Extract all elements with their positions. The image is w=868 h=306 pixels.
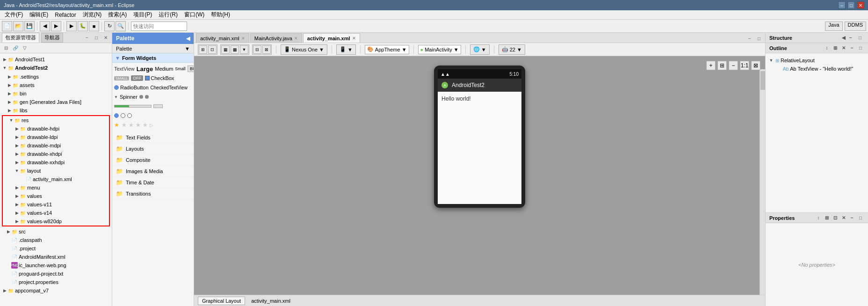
- link-editor-btn[interactable]: 🔗: [11, 44, 20, 52]
- orientation-btn[interactable]: 📱 ▼: [336, 44, 356, 55]
- editor-minimize-btn[interactable]: −: [745, 34, 754, 43]
- view-btn-1[interactable]: ▦: [221, 45, 230, 54]
- prop-minimize-btn[interactable]: −: [848, 214, 856, 222]
- tree-project-file[interactable]: 📄 .project: [0, 244, 112, 253]
- view-btn-2[interactable]: ▩: [231, 45, 239, 54]
- tree-src[interactable]: ▶ 📁 src: [0, 227, 112, 236]
- zoom-actual-btn[interactable]: 1:1: [740, 61, 749, 70]
- tree-gen[interactable]: ▶ 📁 gen [Generated Java Files]: [1, 98, 111, 106]
- tree-androidtest1[interactable]: ▶ 📁 AndroidTest1: [0, 55, 112, 64]
- tree-drawable-xhdpi[interactable]: ▶ 📁 drawable-xhdpi: [3, 150, 109, 158]
- tree-values-w820dp[interactable]: ▶ 📁 values-w820dp: [3, 217, 109, 226]
- scroll-thumb[interactable]: [760, 71, 765, 90]
- toggle-off-btn[interactable]: OFF: [131, 75, 143, 81]
- structure-minimize-btn[interactable]: −: [846, 34, 855, 42]
- view-btn-3[interactable]: ▼: [240, 45, 248, 54]
- align-btn-2[interactable]: ⊠: [262, 45, 271, 54]
- layout-btn-2[interactable]: ⊡: [208, 45, 217, 54]
- tab-close-1[interactable]: ✕: [241, 36, 245, 41]
- close-button[interactable]: ✕: [857, 1, 864, 9]
- quick-access-input[interactable]: [131, 22, 187, 31]
- palette-form-widgets-header[interactable]: ▼ Form Widgets: [112, 53, 194, 63]
- tree-layout[interactable]: ▼ 📁 layout: [3, 167, 109, 175]
- maximize-button[interactable]: □: [847, 1, 855, 9]
- menu-project[interactable]: 项目(P): [130, 10, 155, 20]
- prop-tool-2[interactable]: ⊞: [823, 214, 831, 222]
- palette-text-fields[interactable]: 📁 Text Fields: [112, 132, 194, 143]
- toolbar-back-btn[interactable]: ◀: [40, 21, 50, 31]
- perspective-java-btn[interactable]: Java: [825, 22, 842, 31]
- toolbar-forward-btn[interactable]: ▶: [51, 21, 61, 31]
- structure-maximize-btn[interactable]: □: [856, 34, 864, 42]
- editor-maximize-btn[interactable]: □: [755, 34, 763, 43]
- scroll-bar[interactable]: [760, 69, 765, 295]
- locale-btn[interactable]: 🌐 ▼: [470, 44, 490, 55]
- prop-tool-4[interactable]: ✕: [840, 214, 847, 222]
- menu-refactor[interactable]: Refactor: [52, 11, 79, 19]
- prop-tool-1[interactable]: ↕: [815, 214, 822, 222]
- tree-res[interactable]: ▼ 📁 res: [3, 116, 109, 124]
- tab-xml-source[interactable]: activity_main.xml: [247, 297, 295, 305]
- menu-help[interactable]: 帮助(H): [208, 10, 233, 20]
- zoom-fit-all-btn[interactable]: ⊠: [751, 61, 760, 70]
- palette-images-media[interactable]: 📁 Images & Media: [112, 166, 194, 177]
- menu-run[interactable]: 运行(R): [156, 10, 181, 20]
- tree-drawable-xxhdpi[interactable]: ▶ 📁 drawable-xxhdpi: [3, 158, 109, 167]
- tab-mainactivity-java[interactable]: MainActivity.java ✕: [250, 33, 302, 43]
- collapse-all-btn[interactable]: ⊟: [2, 44, 10, 52]
- palette-transitions[interactable]: 📁 Transitions: [112, 188, 194, 199]
- palette-collapse-btn[interactable]: ◀: [186, 36, 190, 42]
- toolbar-debug-btn[interactable]: 🐛: [78, 21, 88, 31]
- menu-browse[interactable]: 浏览(N): [80, 10, 105, 20]
- panel-maximize-btn[interactable]: □: [92, 34, 101, 42]
- tab-activity-main-2[interactable]: activity_main.xml ✕: [303, 33, 360, 43]
- prop-maximize-btn[interactable]: □: [857, 214, 864, 222]
- tree-appcompat[interactable]: ▶ 📁 appcompat_v7: [0, 286, 112, 295]
- tree-activity-main-xml[interactable]: 📄 activity_main.xml: [3, 175, 109, 183]
- outline-minimize-btn[interactable]: −: [848, 44, 856, 52]
- toolbar-save-btn[interactable]: 💾: [24, 21, 35, 31]
- menu-file[interactable]: 文件(F): [2, 10, 26, 20]
- tree-assets[interactable]: ▶ 📁 assets: [1, 81, 111, 89]
- outline-tool-3[interactable]: ✕: [840, 44, 847, 52]
- toolbar-refresh-btn[interactable]: ↻: [104, 21, 115, 31]
- layout-btn-1[interactable]: ⊞: [199, 45, 207, 54]
- minimize-button[interactable]: –: [838, 1, 846, 9]
- tree-drawable-mdpi[interactable]: ▶ 📁 drawable-mdpi: [3, 141, 109, 150]
- perspective-ddms-btn[interactable]: DDMS: [845, 22, 866, 31]
- tree-settings[interactable]: ▶ 📁 .settings: [1, 73, 111, 81]
- tree-androidmanifest[interactable]: 📄 AndroidManifest.xml: [0, 253, 112, 261]
- tree-proguard[interactable]: 📄 proguard-project.txt: [0, 270, 112, 278]
- outline-tool-1[interactable]: ↕: [823, 44, 831, 52]
- tab-graphical-layout[interactable]: Graphical Layout: [198, 297, 245, 305]
- tree-bin[interactable]: ▶ 📁 bin: [1, 89, 111, 98]
- outline-tool-2[interactable]: ⊞: [832, 44, 839, 52]
- tree-values-v14[interactable]: ▶ 📁 values-v14: [3, 209, 109, 217]
- palette-composite[interactable]: 📁 Composite: [112, 154, 194, 166]
- tree-values[interactable]: ▶ 📁 values: [3, 192, 109, 200]
- tab-close-2[interactable]: ✕: [294, 36, 298, 41]
- zoom-fit-btn[interactable]: ⊞: [717, 61, 727, 70]
- tab-activity-main-1[interactable]: activity_main.xml ✕: [196, 33, 249, 43]
- view-menu-btn[interactable]: ▽: [21, 44, 29, 52]
- toggle-small-btn[interactable]: SMALL: [114, 76, 129, 80]
- tree-drawable-ldpi[interactable]: ▶ 📁 drawable-ldpi: [3, 133, 109, 141]
- zoom-in-btn[interactable]: +: [706, 61, 716, 70]
- theme-selector[interactable]: 🎨 AppTheme ▼: [365, 45, 409, 54]
- toolbar-search-global-btn[interactable]: 🔍: [116, 21, 126, 31]
- tree-androidtest2[interactable]: ▼ 📁 AndroidTest2: [0, 64, 112, 72]
- tree-values-v11[interactable]: ▶ 📁 values-v11: [3, 200, 109, 209]
- api-level-btn[interactable]: 🤖 22 ▼: [499, 44, 525, 55]
- tree-drawable-hdpi[interactable]: ▶ 📁 drawable-hdpi: [3, 124, 109, 133]
- menu-edit[interactable]: 编辑(E): [27, 10, 51, 20]
- toolbar-new-btn[interactable]: 📄: [2, 21, 12, 31]
- tab-package-explorer[interactable]: 包资源管理器: [2, 33, 39, 43]
- tree-ic-launcher[interactable]: PNG ic_launcher-web.png: [0, 261, 112, 270]
- menu-window[interactable]: 窗口(W): [181, 10, 207, 20]
- palette-layouts[interactable]: 📁 Layouts: [112, 143, 194, 154]
- zoom-out-btn[interactable]: −: [729, 61, 738, 70]
- tree-libs[interactable]: ▶ 📁 libs: [1, 106, 111, 115]
- tree-menu[interactable]: ▶ 📁 menu: [3, 183, 109, 192]
- outline-textview[interactable]: Ab Ab TextView - "Hello world!": [768, 65, 865, 73]
- menu-search[interactable]: 搜索(A): [105, 10, 130, 20]
